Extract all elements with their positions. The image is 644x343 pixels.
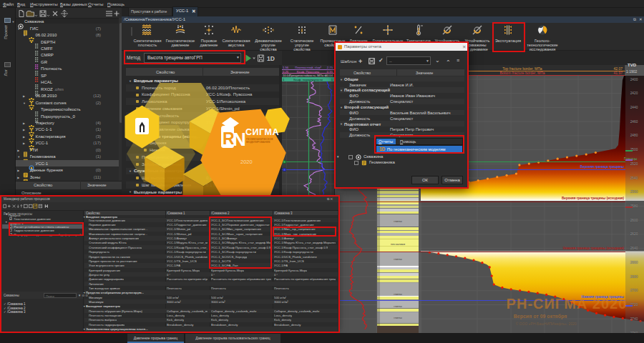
svg-text:N: N	[233, 129, 246, 150]
svg-text:2020: 2020	[240, 159, 253, 165]
svg-text:СИГМА: СИГМА	[245, 127, 279, 137]
svg-text:МОДЕЛИРОВАНИЕ: МОДЕЛИРОВАНИЕ	[246, 141, 270, 144]
svg-text:ГЕОМЕХАНИЧЕСКОЕ: ГЕОМЕХАНИЧЕСКОЕ	[246, 138, 273, 141]
